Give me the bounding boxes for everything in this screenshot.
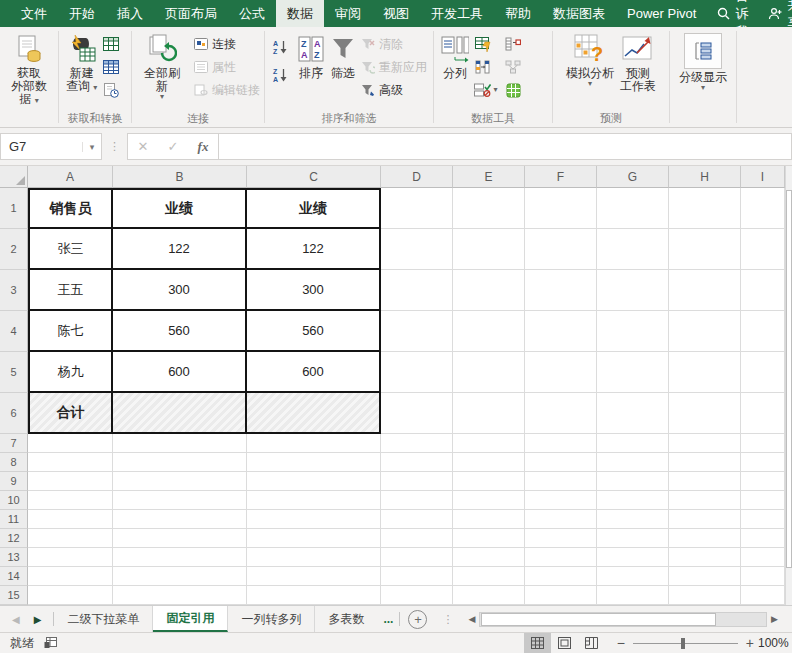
- cell-H7[interactable]: [669, 434, 741, 453]
- cell-A1[interactable]: 销售员: [28, 188, 113, 229]
- cell-D13[interactable]: [381, 548, 453, 567]
- new-sheet-button[interactable]: +: [400, 606, 435, 632]
- cell-E1[interactable]: [453, 188, 525, 229]
- cell-B11[interactable]: [113, 510, 247, 529]
- zoom-percentage[interactable]: 100%: [758, 636, 792, 650]
- cell-E2[interactable]: [453, 229, 525, 270]
- cell-A11[interactable]: [28, 510, 113, 529]
- forecast-sheet-button[interactable]: 预测 工作表: [617, 30, 659, 93]
- cell-D10[interactable]: [381, 491, 453, 510]
- column-header-H[interactable]: H: [669, 166, 741, 188]
- cell-G8[interactable]: [597, 453, 669, 472]
- outline-button[interactable]: 分级显示 ▾: [676, 30, 730, 92]
- cell-B5[interactable]: 600: [113, 352, 247, 393]
- cell-C12[interactable]: [247, 529, 381, 548]
- row-header-1[interactable]: 1: [0, 188, 28, 229]
- cell-F10[interactable]: [525, 491, 597, 510]
- row-header-6[interactable]: 6: [0, 393, 28, 434]
- cell-I4[interactable]: [741, 311, 785, 352]
- cell-F14[interactable]: [525, 567, 597, 586]
- remove-duplicates-button[interactable]: [472, 57, 494, 77]
- cell-C9[interactable]: [247, 472, 381, 491]
- cell-G4[interactable]: [597, 311, 669, 352]
- select-all-corner[interactable]: [0, 166, 28, 188]
- cell-D12[interactable]: [381, 529, 453, 548]
- menu-tab-11[interactable]: 数据图表: [542, 0, 616, 27]
- connections-button[interactable]: 连接: [194, 34, 260, 54]
- cell-E8[interactable]: [453, 453, 525, 472]
- zoom-in-button[interactable]: +: [746, 636, 754, 650]
- cell-F6[interactable]: [525, 393, 597, 434]
- cell-E9[interactable]: [453, 472, 525, 491]
- menu-tab-8[interactable]: 视图: [372, 0, 420, 27]
- cell-C11[interactable]: [247, 510, 381, 529]
- share-button[interactable]: 共享: [758, 0, 792, 27]
- data-validation-button[interactable]: ▾: [472, 80, 500, 100]
- vertical-scrollbar[interactable]: [785, 166, 792, 605]
- cell-B8[interactable]: [113, 453, 247, 472]
- cell-H6[interactable]: [669, 393, 741, 434]
- cell-A12[interactable]: [28, 529, 113, 548]
- sheet-tab-4[interactable]: 多表数: [315, 606, 377, 632]
- cell-E10[interactable]: [453, 491, 525, 510]
- cell-H9[interactable]: [669, 472, 741, 491]
- cell-I1[interactable]: [741, 188, 785, 229]
- column-header-G[interactable]: G: [597, 166, 669, 188]
- cell-G7[interactable]: [597, 434, 669, 453]
- cell-F8[interactable]: [525, 453, 597, 472]
- cell-G10[interactable]: [597, 491, 669, 510]
- cell-E11[interactable]: [453, 510, 525, 529]
- cell-C10[interactable]: [247, 491, 381, 510]
- row-header-8[interactable]: 8: [0, 453, 28, 472]
- cell-E14[interactable]: [453, 567, 525, 586]
- row-header-4[interactable]: 4: [0, 311, 28, 352]
- sort-descending-button[interactable]: ZA: [269, 64, 291, 84]
- cell-H1[interactable]: [669, 188, 741, 229]
- zoom-out-button[interactable]: −: [617, 636, 625, 650]
- cell-B14[interactable]: [113, 567, 247, 586]
- name-box-dropdown-icon[interactable]: ▾: [82, 142, 101, 152]
- row-header-11[interactable]: 11: [0, 510, 28, 529]
- zoom-slider-handle[interactable]: [681, 638, 685, 649]
- formula-input[interactable]: [219, 133, 792, 160]
- cell-I14[interactable]: [741, 567, 785, 586]
- cell-H5[interactable]: [669, 352, 741, 393]
- sheet-tab-2[interactable]: 固定引用: [153, 606, 228, 632]
- cell-E3[interactable]: [453, 270, 525, 311]
- cell-H14[interactable]: [669, 567, 741, 586]
- cell-F2[interactable]: [525, 229, 597, 270]
- horizontal-scrollbar-thumb[interactable]: [481, 613, 715, 626]
- cell-I13[interactable]: [741, 548, 785, 567]
- cell-A4[interactable]: 陈七: [28, 311, 113, 352]
- cell-I15[interactable]: [741, 586, 785, 605]
- cell-B6[interactable]: [113, 393, 247, 434]
- cell-H10[interactable]: [669, 491, 741, 510]
- row-header-12[interactable]: 12: [0, 529, 28, 548]
- row-header-2[interactable]: 2: [0, 229, 28, 270]
- menu-tab-4[interactable]: 页面布局: [154, 0, 228, 27]
- cell-E6[interactable]: [453, 393, 525, 434]
- cell-H2[interactable]: [669, 229, 741, 270]
- cell-G9[interactable]: [597, 472, 669, 491]
- cell-G2[interactable]: [597, 229, 669, 270]
- cell-E7[interactable]: [453, 434, 525, 453]
- menu-tab-12[interactable]: Power Pivot: [616, 0, 707, 27]
- horizontal-scrollbar-track[interactable]: [479, 612, 767, 627]
- cell-D14[interactable]: [381, 567, 453, 586]
- recent-sources-button[interactable]: [100, 57, 122, 77]
- row-header-3[interactable]: 3: [0, 270, 28, 311]
- column-header-A[interactable]: A: [28, 166, 113, 188]
- cell-I2[interactable]: [741, 229, 785, 270]
- cell-A2[interactable]: 张三: [28, 229, 113, 270]
- cell-A8[interactable]: [28, 453, 113, 472]
- text-to-columns-button[interactable]: 分列: [438, 30, 472, 80]
- column-header-F[interactable]: F: [525, 166, 597, 188]
- name-box[interactable]: G7 ▾: [0, 133, 102, 160]
- cell-G13[interactable]: [597, 548, 669, 567]
- cell-B9[interactable]: [113, 472, 247, 491]
- vertical-scrollbar-thumb[interactable]: [786, 190, 792, 568]
- row-header-9[interactable]: 9: [0, 472, 28, 491]
- cell-B13[interactable]: [113, 548, 247, 567]
- zoom-slider[interactable]: [633, 643, 738, 644]
- get-external-data-button[interactable]: 获取 外部数据 ▾: [4, 30, 54, 106]
